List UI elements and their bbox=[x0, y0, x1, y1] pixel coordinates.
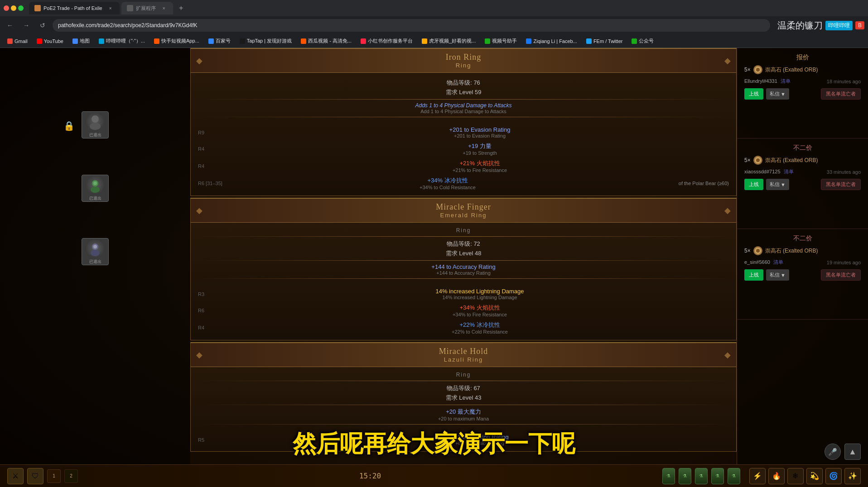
taskbar-time: 15:20 bbox=[359, 472, 381, 480]
separator-5 bbox=[198, 278, 729, 279]
svg-point-11 bbox=[756, 158, 760, 162]
bilibili-icon: 哔哩哔哩 bbox=[825, 21, 853, 30]
back-button[interactable]: ← bbox=[4, 19, 16, 32]
tab-bar: PoE2 Trade - Path of Exile × 扩展程序 × + bbox=[0, 0, 868, 16]
bookmark-huya[interactable]: 虎牙视频_好看的视... bbox=[418, 37, 479, 45]
price-row-1: 5× 崇高石 (Exalted ORB) bbox=[744, 65, 861, 74]
price-block-2: 不二价 5× 崇高石 (Exalted ORB) xiaosssdd#7125 … bbox=[737, 138, 868, 229]
taskbar-icon-sword[interactable]: ⚔ bbox=[7, 468, 24, 484]
bookmark-youtube[interactable]: YouTube bbox=[33, 38, 67, 45]
bookmark-twitter[interactable]: FEm / Twitter bbox=[583, 38, 627, 45]
browser-actions: 温柔的镰刀 哔哩哔哩 B bbox=[777, 19, 864, 32]
new-tab-button[interactable]: + bbox=[175, 2, 188, 14]
blacklist-button-1[interactable]: 黑名单流亡者 bbox=[821, 88, 861, 100]
max-mana: +20 最大魔力 bbox=[198, 408, 729, 416]
blacklist-button-2[interactable]: 黑名单流亡者 bbox=[821, 179, 861, 190]
character-icon-2[interactable]: 已退出 bbox=[82, 175, 109, 202]
msg-button-1[interactable]: 私信 ▼ bbox=[766, 88, 789, 100]
accuracy-rating-cn: +144 to Accuracy Rating bbox=[198, 270, 729, 276]
online-button-1[interactable]: 上线 bbox=[744, 88, 763, 100]
bookmark-kuaishou[interactable]: 快手短视频App... bbox=[150, 37, 203, 45]
affix-tag-3: R4 bbox=[198, 163, 225, 169]
tab-close-ext[interactable]: × bbox=[160, 5, 168, 12]
url-input[interactable]: pathofexile.com/trade2/search/poe2/Stand… bbox=[53, 19, 770, 32]
seller-row-1: Ellundryl#4331 清单 18 minutes ago bbox=[744, 78, 861, 85]
seller-time-1: 18 minutes ago bbox=[827, 79, 861, 84]
taskbar-icon-shield[interactable]: 🛡 bbox=[27, 468, 43, 484]
flask-4[interactable]: ⚗ bbox=[711, 468, 724, 484]
main-content: 🔒 已退出 已退出 bbox=[0, 48, 868, 487]
character-icon-1[interactable]: 已退出 bbox=[82, 111, 109, 138]
bookmark-favicon-xigua bbox=[301, 38, 306, 44]
taskbar-level-badge-2: 2 bbox=[64, 469, 78, 483]
msg-button-2[interactable]: 私信 ▼ bbox=[766, 179, 789, 190]
character-icon-3[interactable]: 已退出 bbox=[82, 238, 109, 265]
bookmark-taptap[interactable]: TapTap | 发现好游戏 bbox=[236, 37, 295, 45]
minimize-window-btn[interactable] bbox=[11, 5, 16, 11]
skill-icon-1[interactable]: ⚡ bbox=[749, 468, 766, 484]
bookmark-label-map: 地图 bbox=[80, 38, 90, 44]
bookmark-label-xiaohongshu: 小红书创作服务平台 bbox=[368, 38, 413, 44]
taskbar-right: ⚗ ⚗ ⚗ ⚗ ⚗ ⚡ 🔥 ❄ 💫 🌀 ✨ bbox=[662, 468, 861, 484]
bookmark-bilibili[interactable]: 哔哩哔哩（"·"）... bbox=[95, 37, 149, 45]
seller-time-2: 33 minutes ago bbox=[827, 169, 861, 175]
bookmark-label-facebook: Ziqiang Li | Faceb... bbox=[533, 38, 577, 44]
item-base-type-miracle-finger: Emerald Ring bbox=[198, 212, 729, 219]
brand-cn-name: 温柔的镰刀 bbox=[777, 19, 823, 32]
bookmark-xiaohongshu[interactable]: 小红书创作服务平台 bbox=[357, 37, 416, 45]
item-card-miracle-finger: Miracle Finger Emerald Ring Ring 物品等级: 7… bbox=[190, 198, 737, 340]
spacer-1 bbox=[191, 192, 736, 196]
item-unique-name-iron-ring: Iron Ring bbox=[198, 53, 729, 62]
seller-row-2: xiaosssdd#7125 清单 33 minutes ago bbox=[744, 168, 861, 175]
bookmark-favicon-kuaishou bbox=[154, 38, 159, 44]
bookmark-favicon-xiaohongshu bbox=[361, 38, 366, 44]
refresh-button[interactable]: ↺ bbox=[36, 19, 49, 32]
microphone-button[interactable]: 🎤 bbox=[825, 444, 841, 460]
tab-extensions[interactable]: 扩展程序 × bbox=[121, 2, 173, 14]
affix-tag-6: R6 bbox=[198, 308, 225, 313]
affix-row-2: R4 +19 力量 +19 to Strength bbox=[191, 140, 736, 158]
item-req-label: 需求 Level bbox=[446, 89, 475, 95]
online-button-3[interactable]: 上线 bbox=[744, 269, 763, 281]
skill-icon-3[interactable]: ❄ bbox=[787, 468, 804, 484]
price-block-1: 报价 5× 崇高石 (Exalted ORB) Ellundryl#4331 清… bbox=[737, 48, 868, 138]
scroll-up-button[interactable]: ▲ bbox=[844, 444, 861, 460]
bookmark-map[interactable]: 地图 bbox=[69, 37, 93, 45]
tab-close-poe[interactable]: × bbox=[107, 5, 114, 12]
flask-5[interactable]: ⚗ bbox=[728, 468, 740, 484]
left-sidebar: 🔒 已退出 已退出 bbox=[0, 48, 190, 487]
affix-stat-6: +34% 火焰抗性 bbox=[231, 304, 729, 312]
bookmark-gmail[interactable]: Gmail bbox=[4, 38, 31, 45]
affix-value-4: +34% 冰冷抗性 +34% to Cold Resistance bbox=[244, 177, 651, 190]
affix-row-3: R4 +21% 火焰抗性 +21% to Fire Resistance bbox=[191, 158, 736, 175]
blacklist-button-3[interactable]: 黑名单流亡者 bbox=[821, 269, 861, 281]
online-button-2[interactable]: 上线 bbox=[744, 179, 763, 190]
bookmark-facebook[interactable]: Ziqiang Li | Faceb... bbox=[522, 38, 580, 45]
skill-icon-5[interactable]: 🌀 bbox=[825, 468, 842, 484]
msg-button-3[interactable]: 私信 ▼ bbox=[766, 269, 789, 281]
affix-row-5: R3 14% increased Lightning Damage 14% in… bbox=[191, 286, 736, 302]
flask-2[interactable]: ⚗ bbox=[679, 468, 691, 484]
tab-favicon-ext bbox=[127, 5, 133, 11]
bookmark-weixin[interactable]: 公众号 bbox=[628, 37, 657, 45]
affix-stat-2: +19 力量 bbox=[231, 142, 729, 150]
skill-icon-6[interactable]: ✨ bbox=[844, 468, 861, 484]
bookmark-video[interactable]: 视频号助手 bbox=[481, 37, 521, 45]
flask-3[interactable]: ⚗ bbox=[695, 468, 708, 484]
close-window-btn[interactable] bbox=[4, 5, 9, 11]
taskbar-left: ⚔ 🛡 1 2 bbox=[7, 468, 78, 484]
bookmark-label-bilibili: 哔哩哔哩（"·"）... bbox=[106, 38, 145, 44]
skill-icon-4[interactable]: 💫 bbox=[806, 468, 823, 484]
item-header-miracle-hold: Miracle Hold Lazuli Ring bbox=[191, 343, 736, 367]
tab-poe2-trade[interactable]: PoE2 Trade - Path of Exile × bbox=[29, 2, 120, 14]
flask-1[interactable]: ⚗ bbox=[662, 468, 675, 484]
affix-row-6: R6 +34% 火焰抗性 +34% to Fire Resistance bbox=[191, 302, 736, 319]
bookmark-baijia[interactable]: 百家号 bbox=[205, 37, 234, 45]
maximize-window-btn[interactable] bbox=[18, 5, 24, 11]
forward-button[interactable]: → bbox=[20, 19, 33, 32]
svg-point-7 bbox=[93, 245, 97, 248]
item-stat-level-3: 物品等级: 67 bbox=[198, 384, 729, 392]
skill-icon-2[interactable]: 🔥 bbox=[768, 468, 785, 484]
bookmark-favicon-youtube bbox=[37, 38, 42, 44]
bookmark-xigua[interactable]: 西瓜视频 - 高清免... bbox=[297, 37, 355, 45]
